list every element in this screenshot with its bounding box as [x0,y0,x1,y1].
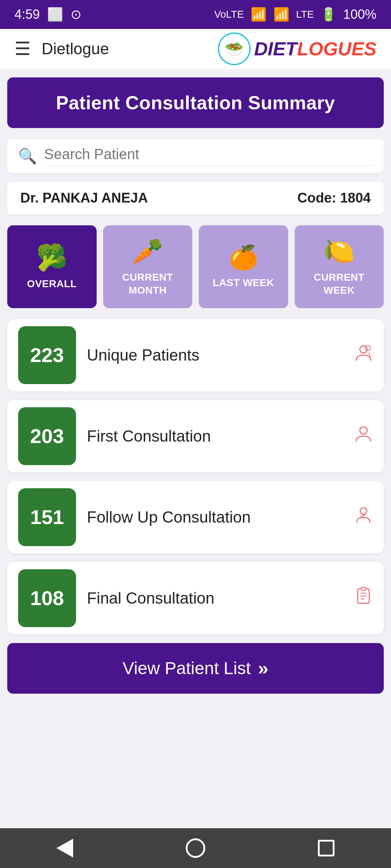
final-consultation-label: Final Consultation [87,589,343,607]
toolbar: ☰ Dietlogue 🥗 DIETLOGUES [0,29,391,69]
recording-icon: ⊙ [71,7,81,22]
search-icon: 🔍 [18,147,37,165]
battery-percent: 100% [343,7,377,22]
logo-text: DIETLOGUES [254,38,377,60]
last-week-icon: 🍊 [229,244,258,271]
logo-logues: LOGUES [297,38,377,59]
recents-button[interactable] [318,840,335,856]
back-icon [56,839,73,858]
current-month-icon: 🥕 [132,236,163,266]
search-container: 🔍 [7,139,384,173]
header-card-title: Patient Consultation Summary [56,92,335,113]
status-bar: 4:59 ⬜ ⊙ VoLTE 📶 📶 LTE 🔋 100% [0,0,391,29]
tab-overall[interactable]: 🥦 OVERALL [7,225,97,308]
lte-icon: LTE [296,9,314,20]
stat-follow-up[interactable]: 151 Follow Up Consultation [7,481,384,553]
stat-final-consultation[interactable]: 108 Final Consultation [7,562,384,634]
stat-number-box-4: 108 [18,569,76,627]
svg-point-1 [365,345,370,350]
logo-circle: 🥗 [218,33,251,65]
status-bar-right: VoLTE 📶 📶 LTE 🔋 100% [214,7,377,22]
first-consultation-label: First Consultation [87,427,343,445]
svg-point-3 [360,508,367,514]
search-input[interactable] [44,146,373,166]
tab-last-week[interactable]: 🍊 LAST WEEK [199,225,288,308]
doctor-code: Code: 1804 [297,190,371,206]
tab-current-week[interactable]: 🍋 CURRENT WEEK [295,225,384,308]
tab-overall-label: OVERALL [27,277,77,290]
first-consultation-icon [354,425,373,448]
stat-number-box-2: 203 [18,407,76,465]
wifi-icon: 📶 [251,7,267,22]
tab-current-month-label: CURRENT MONTH [107,271,189,297]
filter-tabs: 🥦 OVERALL 🥕 CURRENT MONTH 🍊 LAST WEEK 🍋 … [7,225,384,308]
time-display: 4:59 [14,7,40,22]
svg-point-2 [360,427,367,434]
tab-current-week-label: CURRENT WEEK [298,271,381,297]
battery-icon: 🔋 [320,7,337,22]
final-consultation-count: 108 [30,586,64,610]
logo-container: 🥗 DIETLOGUES [218,33,377,65]
svg-point-4 [362,514,365,516]
overall-icon: 🥦 [36,243,68,272]
home-button[interactable] [186,838,205,858]
view-patient-arrow: » [258,658,269,679]
logo-emblem: 🥗 [225,40,244,58]
menu-icon[interactable]: ☰ [14,38,31,59]
stat-number-box-1: 223 [18,326,76,384]
stat-unique-patients[interactable]: 223 Unique Patients [7,319,384,391]
stat-number-box-3: 151 [18,488,76,546]
follow-up-icon [354,506,373,529]
unique-patients-icon [354,344,373,367]
tab-current-month[interactable]: 🥕 CURRENT MONTH [103,225,193,308]
app-title: Dietlogue [42,40,109,58]
unique-patients-label: Unique Patients [87,346,343,364]
first-consultation-count: 203 [30,424,64,448]
tab-last-week-label: LAST WEEK [213,276,274,289]
main-content: Patient Consultation Summary 🔍 Dr. PANKA… [0,69,391,864]
screen-icon: ⬜ [47,7,63,22]
bottom-nav [0,828,391,868]
header-card: Patient Consultation Summary [7,77,384,128]
follow-up-count: 151 [30,505,64,529]
current-week-icon: 🍋 [323,236,355,266]
volte-icon: VoLTE [214,9,244,20]
view-patient-label: View Patient List [123,658,251,678]
back-button[interactable] [56,839,73,858]
home-icon [186,838,205,858]
status-bar-left: 4:59 ⬜ ⊙ [14,7,81,22]
doctor-info: Dr. PANKAJ ANEJA Code: 1804 [7,182,384,214]
final-consultation-icon [354,587,373,610]
doctor-name: Dr. PANKAJ ANEJA [20,190,148,206]
unique-patients-count: 223 [30,343,64,367]
stat-first-consultation[interactable]: 203 First Consultation [7,400,384,472]
view-patient-list-button[interactable]: View Patient List » [7,643,384,694]
signal-icon: 📶 [273,7,290,22]
svg-rect-9 [361,587,366,590]
recents-icon [318,840,335,856]
logo-diet: DIET [254,38,297,59]
follow-up-label: Follow Up Consultation [87,508,343,526]
